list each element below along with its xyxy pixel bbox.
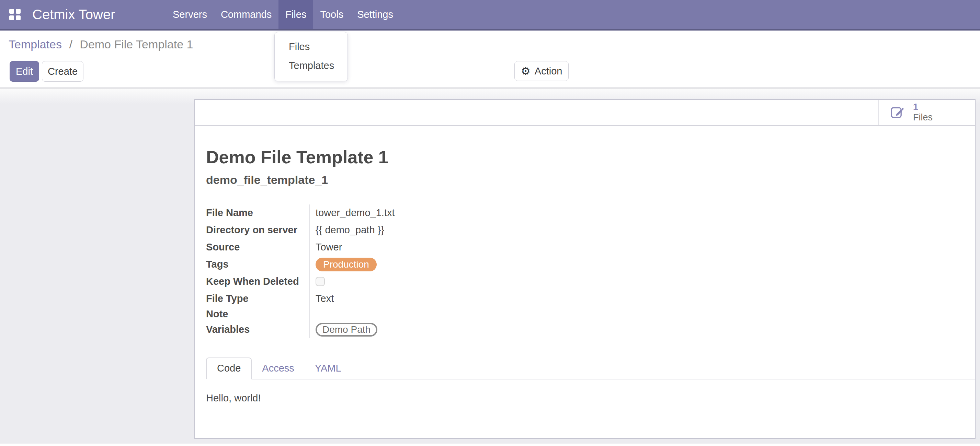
field-row-tags: Tags Production: [206, 256, 963, 273]
gear-icon: ⚙: [521, 66, 531, 76]
breadcrumb: Templates / Demo File Template 1: [9, 38, 193, 51]
nav-item-settings[interactable]: Settings: [350, 0, 400, 29]
tag-badge-production: Production: [315, 258, 377, 271]
field-row-keep-when-deleted: Keep When Deleted: [206, 273, 963, 290]
tab-code[interactable]: Code: [206, 357, 252, 379]
field-label: Directory on server: [206, 222, 310, 239]
tab-yaml[interactable]: YAML: [305, 357, 352, 379]
sheet-body: Demo File Template 1 demo_file_template_…: [195, 147, 975, 404]
stat-label: Files: [913, 113, 932, 123]
field-value: Production: [310, 258, 377, 271]
field-value: [310, 277, 325, 286]
record-subtitle: demo_file_template_1: [206, 173, 963, 187]
record-title: Demo File Template 1: [206, 147, 963, 168]
sheet-header: 1 Files: [195, 100, 975, 126]
navbar-menu: Servers Commands Files Tools Settings: [166, 0, 400, 29]
field-group: File Name tower_demo_1.txt Directory on …: [206, 205, 963, 338]
breadcrumb-templates-link[interactable]: Templates: [9, 38, 62, 51]
field-value: Tower: [310, 241, 342, 253]
notebook-tabs: Code Access YAML: [206, 357, 975, 379]
top-navbar: Cetmix Tower Servers Commands Files Tool…: [0, 0, 980, 30]
field-row-variables: Variables Demo Path: [206, 321, 963, 338]
field-label: File Name: [206, 205, 310, 222]
variable-pill-demo-path[interactable]: Demo Path: [315, 323, 377, 336]
nav-item-servers[interactable]: Servers: [166, 0, 214, 29]
breadcrumb-separator: /: [69, 38, 72, 51]
field-value: Text: [310, 293, 334, 304]
field-label: Keep When Deleted: [206, 273, 310, 290]
nav-item-tools[interactable]: Tools: [313, 0, 350, 29]
control-panel: Templates / Demo File Template 1 Edit Cr…: [0, 30, 980, 89]
apps-grid-icon[interactable]: [9, 9, 21, 20]
field-row-file-name: File Name tower_demo_1.txt: [206, 205, 963, 222]
edit-button[interactable]: Edit: [10, 61, 39, 82]
field-value: Demo Path: [310, 323, 377, 336]
field-label: File Type: [206, 290, 310, 307]
app-brand[interactable]: Cetmix Tower: [32, 7, 115, 22]
field-row-source: Source Tower: [206, 239, 963, 256]
dropdown-item-files[interactable]: Files: [275, 37, 347, 56]
create-button[interactable]: Create: [42, 61, 83, 82]
field-label: Note: [206, 307, 310, 321]
field-label: Variables: [206, 321, 310, 338]
field-row-directory-on-server: Directory on server {{ demo_path }}: [206, 222, 963, 239]
form-sheet: 1 Files Demo File Template 1 demo_file_t…: [194, 99, 975, 439]
field-label: Source: [206, 239, 310, 256]
files-dropdown-menu: Files Templates: [274, 32, 348, 81]
files-stat-button[interactable]: 1 Files: [878, 100, 975, 125]
field-value: tower_demo_1.txt: [310, 207, 395, 219]
field-row-file-type: File Type Text: [206, 290, 963, 307]
record-buttons: Edit Create: [10, 61, 83, 82]
code-content: Hello, world!: [206, 392, 963, 404]
field-label: Tags: [206, 256, 310, 273]
stat-text: 1 Files: [913, 102, 932, 122]
action-menu-label: Action: [535, 65, 562, 77]
field-row-note: Note: [206, 307, 963, 321]
action-menu-button[interactable]: ⚙ Action: [514, 61, 569, 81]
content-area: 1 Files Demo File Template 1 demo_file_t…: [0, 89, 980, 444]
keep-when-deleted-checkbox[interactable]: [315, 277, 325, 286]
edit-note-icon: [890, 105, 904, 120]
tab-access[interactable]: Access: [252, 357, 304, 379]
breadcrumb-current: Demo File Template 1: [80, 38, 193, 51]
stat-count: 1: [913, 102, 932, 113]
nav-item-files[interactable]: Files: [278, 0, 313, 29]
dropdown-item-templates[interactable]: Templates: [275, 56, 347, 75]
field-value: {{ demo_path }}: [310, 224, 384, 236]
nav-item-commands[interactable]: Commands: [214, 0, 278, 29]
